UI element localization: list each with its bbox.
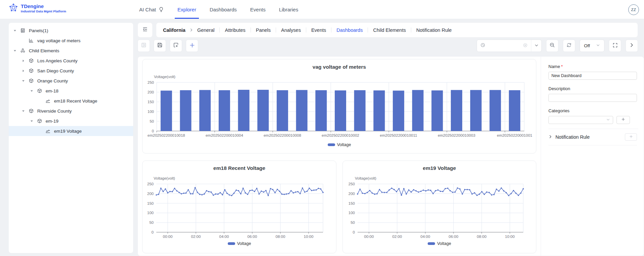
breadcrumb-tab-dashboards[interactable]: Dashboards (336, 27, 363, 33)
cube-icon (37, 88, 43, 93)
collapse-sidebar-button[interactable] (138, 22, 153, 38)
line-chart-plot: Voltage(volt)05010015020025000:0002:0004… (143, 173, 336, 240)
brand-logo[interactable]: TDengine Industrial Data Mgmt Platform (9, 3, 66, 14)
tree-item-label: Orange County (37, 78, 68, 83)
breadcrumb-bar: California GeneralAttributesPanelsAnalys… (156, 22, 638, 38)
next-panel-button[interactable] (626, 40, 638, 52)
nav-item-explorer[interactable]: Explorer (177, 0, 196, 19)
refresh-button[interactable] (563, 40, 575, 52)
add-panel-button[interactable] (186, 40, 198, 52)
tree-item-panels-1-[interactable]: Panels(1) (9, 25, 133, 36)
detail-list-icon (141, 42, 147, 49)
zoom-out-icon (549, 42, 555, 49)
svg-text:0: 0 (152, 230, 154, 234)
auto-refresh-select[interactable]: Off (580, 40, 604, 52)
tree-item-riverside-county[interactable]: Riverside County (9, 106, 133, 116)
properties-panel: Name* Description Categories (541, 57, 644, 256)
tree-item-san-diego-county[interactable]: San Diego County (9, 66, 133, 76)
description-input[interactable] (548, 94, 637, 102)
tree-item-em-19[interactable]: em-19 (9, 116, 133, 126)
tree-caret-expanded-icon[interactable] (21, 109, 28, 113)
svg-text:Voltage(volt): Voltage(volt) (154, 75, 175, 79)
breadcrumb-chevron-icon (190, 28, 193, 32)
notification-rule-toggle[interactable]: Notification Rule (548, 134, 590, 140)
tree-caret-expanded-icon[interactable] (21, 79, 28, 83)
breadcrumb-tab-attributes[interactable]: Attributes (225, 27, 245, 33)
svg-text:00:00: 00:00 (364, 235, 374, 239)
chart-legend[interactable]: Voltage (143, 241, 336, 246)
nav-item-libraries[interactable]: Libraries (279, 0, 299, 19)
bulb-icon (158, 7, 164, 12)
line-chart-icon (45, 98, 51, 104)
tree-item-los-angeles-county[interactable]: Los Angeles County (9, 56, 133, 66)
tree-item-label: Los Angeles County (37, 58, 77, 63)
tree-item-vag-voltage-of-meters[interactable]: vag voltage of meters (9, 36, 133, 46)
tree-item-em19-voltage[interactable]: em19 Voltage (9, 126, 133, 136)
categories-select[interactable] (548, 116, 613, 124)
tree-item-label: em18 Recent Voltage (54, 99, 97, 104)
avatar-initials: ZZ (631, 8, 636, 12)
time-range-picker[interactable] (477, 40, 542, 52)
collapse-sidebar-icon (142, 26, 148, 34)
legend-marker (228, 242, 235, 245)
discard-button[interactable] (170, 40, 182, 52)
chevron-down-icon (606, 117, 610, 123)
user-avatar[interactable]: ZZ (628, 4, 639, 15)
cube-icon (28, 78, 34, 83)
breadcrumb-tab-child-elements[interactable]: Child Elements (373, 27, 406, 33)
nav-item-dashboards[interactable]: Dashboards (210, 0, 237, 19)
tree-caret-collapsed-icon[interactable] (21, 59, 28, 63)
notification-rule-section: Notification Rule (548, 129, 637, 145)
tree-item-orange-county[interactable]: Orange County (9, 76, 133, 86)
tree-item-child-elements[interactable]: Child Elements (9, 46, 133, 56)
nav-item-ai-chat[interactable]: AI Chat (139, 0, 164, 19)
breadcrumb-tab-analyses[interactable]: Analyses (281, 27, 301, 33)
tree-caret-expanded-icon[interactable] (13, 49, 20, 53)
svg-text:06:00: 06:00 (449, 235, 459, 239)
svg-text:em202502200010004: em202502200010004 (206, 133, 244, 137)
tree-caret-expanded-icon[interactable] (30, 89, 37, 93)
plus-icon (629, 134, 633, 140)
save-button[interactable] (154, 40, 166, 52)
tree-item-em-18[interactable]: em-18 (9, 86, 133, 96)
add-notification-rule-button[interactable] (625, 133, 637, 141)
cube-icon (37, 118, 43, 124)
chart-title: em18 Recent Voltage (143, 164, 336, 173)
nav-label: Events (250, 7, 266, 12)
tree-item-label: em-19 (46, 119, 58, 124)
tree-caret-expanded-icon[interactable] (30, 119, 37, 123)
nav-item-events[interactable]: Events (250, 0, 266, 19)
breadcrumb-tab-notification-rule[interactable]: Notification Rule (416, 27, 452, 33)
chart-legend[interactable]: Voltage (343, 241, 536, 246)
legend-label: Voltage (237, 241, 251, 246)
chart-card-em19-voltage: em19 Voltage Voltage(volt)05010015020025… (342, 161, 536, 253)
tree-caret-expanded-icon[interactable] (13, 29, 20, 33)
plus-icon (621, 117, 626, 123)
notification-rule-label: Notification Rule (555, 134, 590, 140)
tree-item-em18-recent-voltage[interactable]: em18 Recent Voltage (9, 96, 133, 106)
svg-text:0: 0 (152, 129, 154, 133)
required-asterisk: * (561, 64, 563, 69)
dashboard-toolbar-right: Off (477, 40, 638, 52)
zoom-out-button[interactable] (546, 40, 558, 52)
breadcrumb-tab-panels[interactable]: Panels (256, 27, 271, 33)
detail-list-button[interactable] (138, 40, 150, 52)
breadcrumb-root[interactable]: California (163, 27, 185, 33)
breadcrumb-tab-general[interactable]: General (197, 27, 215, 33)
top-header: TDengine Industrial Data Mgmt Platform A… (0, 0, 644, 19)
svg-text:100: 100 (147, 211, 154, 215)
line-chart-icon (45, 128, 51, 134)
chevron-down-icon (534, 43, 539, 49)
name-input[interactable] (548, 72, 637, 80)
fullscreen-button[interactable] (609, 40, 621, 52)
tree-item-label: Riverside County (37, 109, 72, 114)
breadcrumb-tab-events[interactable]: Events (311, 27, 326, 33)
chart-legend[interactable]: Voltage (143, 142, 536, 147)
time-range-expand[interactable] (531, 40, 541, 52)
tree-caret-collapsed-icon[interactable] (21, 69, 28, 73)
chevron-right-icon (629, 43, 634, 49)
svg-text:50: 50 (149, 220, 154, 225)
clear-circle-icon[interactable] (523, 43, 528, 49)
add-category-button[interactable] (616, 116, 630, 124)
dashboard-toolbar-left (138, 40, 198, 52)
